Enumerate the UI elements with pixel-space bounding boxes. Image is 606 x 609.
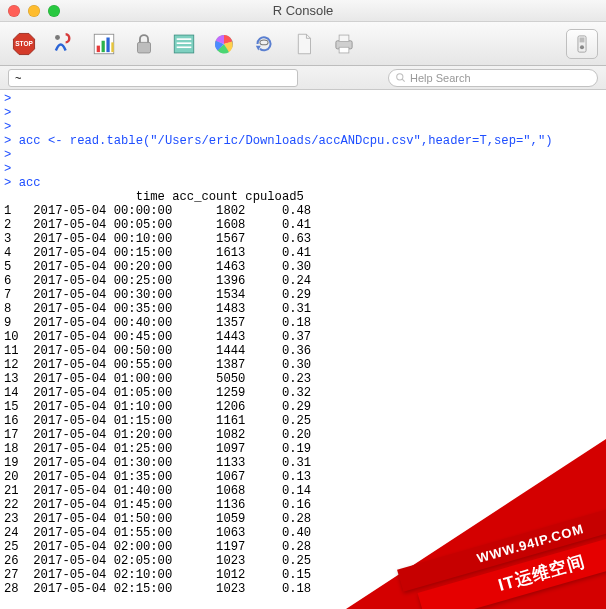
table-row: 4 2017-05-04 00:15:00 1613 0.41 <box>4 246 311 260</box>
table-row: 11 2017-05-04 00:50:00 1444 0.36 <box>4 344 311 358</box>
refresh-icon <box>250 31 278 57</box>
svg-line-23 <box>402 79 404 81</box>
zoom-window-button[interactable] <box>48 5 60 17</box>
svg-rect-8 <box>138 42 151 53</box>
window-title: R Console <box>0 3 606 18</box>
table-row: 8 2017-05-04 00:35:00 1483 0.31 <box>4 302 311 316</box>
table-row: 1 2017-05-04 00:00:00 1802 0.48 <box>4 204 311 218</box>
svg-point-21 <box>580 45 584 49</box>
table-header: time acc_count cpuload5 <box>4 190 304 204</box>
print-button[interactable] <box>328 29 360 59</box>
help-search-field[interactable]: Help Search <box>388 69 598 87</box>
newdoc-icon <box>290 31 318 57</box>
print-icon <box>330 31 358 57</box>
table-row: 19 2017-05-04 01:30:00 1133 0.31 <box>4 456 311 470</box>
working-directory-field[interactable]: ~ <box>8 69 298 87</box>
table-row: 21 2017-05-04 01:40:00 1068 0.14 <box>4 484 311 498</box>
stop-icon: STOP <box>10 31 38 57</box>
table-row: 2 2017-05-04 00:05:00 1608 0.41 <box>4 218 311 232</box>
svg-rect-6 <box>106 37 109 52</box>
table-row: 23 2017-05-04 01:50:00 1059 0.28 <box>4 512 311 526</box>
stop-button[interactable]: STOP <box>8 29 40 59</box>
window-titlebar: R Console <box>0 0 606 22</box>
close-window-button[interactable] <box>8 5 20 17</box>
svg-point-2 <box>55 35 60 40</box>
search-icon <box>395 72 406 83</box>
svg-rect-7 <box>111 42 113 52</box>
color-wheel-icon <box>210 31 238 57</box>
help-search-placeholder: Help Search <box>410 72 471 84</box>
table-row: 5 2017-05-04 00:20:00 1463 0.30 <box>4 260 311 274</box>
svg-rect-4 <box>97 45 100 52</box>
table-row: 15 2017-05-04 01:10:00 1206 0.29 <box>4 400 311 414</box>
working-directory-value: ~ <box>15 72 21 84</box>
table-row: 25 2017-05-04 02:00:00 1197 0.28 <box>4 540 311 554</box>
svg-point-15 <box>260 39 268 44</box>
list-button[interactable] <box>168 29 200 59</box>
prefs-icon <box>568 31 596 57</box>
table-row: 20 2017-05-04 01:35:00 1067 0.13 <box>4 470 311 484</box>
table-row: 7 2017-05-04 00:30:00 1534 0.29 <box>4 288 311 302</box>
path-search-row: ~ Help Search <box>0 66 606 90</box>
preferences-button[interactable] <box>566 29 598 59</box>
refresh-button[interactable] <box>248 29 280 59</box>
window-controls <box>8 5 60 17</box>
svg-rect-20 <box>580 37 585 42</box>
table-row: 22 2017-05-04 01:45:00 1136 0.16 <box>4 498 311 512</box>
table-row: 18 2017-05-04 01:25:00 1097 0.19 <box>4 442 311 456</box>
lock-icon <box>130 31 158 57</box>
lock-button[interactable] <box>128 29 160 59</box>
table-row: 9 2017-05-04 00:40:00 1357 0.18 <box>4 316 311 330</box>
table-row: 3 2017-05-04 00:10:00 1567 0.63 <box>4 232 311 246</box>
table-row: 26 2017-05-04 02:05:00 1023 0.25 <box>4 554 311 568</box>
table-row: 14 2017-05-04 01:05:00 1259 0.32 <box>4 386 311 400</box>
source-icon <box>50 31 78 57</box>
svg-rect-18 <box>339 47 349 53</box>
svg-rect-5 <box>102 40 105 51</box>
toolbar: STOP <box>0 22 606 66</box>
svg-text:STOP: STOP <box>15 40 33 47</box>
svg-rect-17 <box>339 35 349 42</box>
table-row: 12 2017-05-04 00:55:00 1387 0.30 <box>4 358 311 372</box>
table-row: 27 2017-05-04 02:10:00 1012 0.15 <box>4 568 311 582</box>
source-button[interactable] <box>48 29 80 59</box>
table-row: 13 2017-05-04 01:00:00 5050 0.23 <box>4 372 311 386</box>
svg-point-22 <box>397 74 403 80</box>
table-row: 10 2017-05-04 00:45:00 1443 0.37 <box>4 330 311 344</box>
chart-button[interactable] <box>88 29 120 59</box>
table-row: 6 2017-05-04 00:25:00 1396 0.24 <box>4 274 311 288</box>
table-row: 16 2017-05-04 01:15:00 1161 0.25 <box>4 414 311 428</box>
table-row: 28 2017-05-04 02:15:00 1023 0.18 <box>4 582 311 596</box>
minimize-window-button[interactable] <box>28 5 40 17</box>
new-document-button[interactable] <box>288 29 320 59</box>
chart-icon <box>90 31 118 57</box>
table-row: 24 2017-05-04 01:55:00 1063 0.40 <box>4 526 311 540</box>
table-row: 17 2017-05-04 01:20:00 1082 0.20 <box>4 428 311 442</box>
list-icon <box>170 31 198 57</box>
color-button[interactable] <box>208 29 240 59</box>
